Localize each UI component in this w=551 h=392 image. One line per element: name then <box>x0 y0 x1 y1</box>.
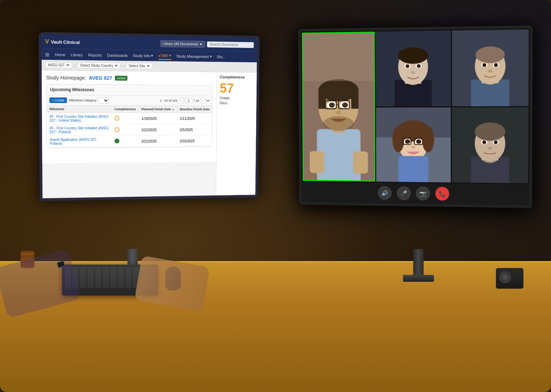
camera-btn[interactable]: 📷 <box>416 186 430 200</box>
planned-date-1: 1/18/2025 <box>139 113 177 124</box>
person-5-svg <box>452 107 529 183</box>
svg-point-64 <box>494 140 498 144</box>
svg-point-46 <box>422 126 434 152</box>
active-badge: Active <box>115 76 128 81</box>
baseline-date-2: 2/5/2025 <box>177 124 212 135</box>
svg-point-10 <box>342 102 348 107</box>
video-cell-5 <box>452 107 529 183</box>
planned-date-2: 2/22/2025 <box>138 124 177 135</box>
search-input[interactable] <box>207 41 254 48</box>
chevron-down-icon-2: ▾ <box>169 53 171 58</box>
left-monitor: V Vault Clinical Library (All Documents)… <box>39 32 260 201</box>
milestone-link-2[interactable]: IR - First Country Site Initiated (AVEG … <box>50 126 108 134</box>
nav-stu[interactable]: Stu... <box>217 53 226 60</box>
milestone-filter: Milestone Category: <box>69 97 109 104</box>
speaker-icon: 🔊 <box>381 190 388 196</box>
microphone-btn[interactable]: 🎤 <box>397 186 411 200</box>
eye-icon-2: 👁 <box>115 64 118 68</box>
completeness-number: 57 <box>220 82 254 95</box>
svg-point-49 <box>405 139 410 144</box>
svg-point-60 <box>475 122 505 141</box>
camera-icon: 📷 <box>419 190 426 197</box>
vault-logo-v: V <box>45 39 49 45</box>
col-milestone: Milestone <box>46 105 112 113</box>
microphone-icon: 🎤 <box>401 190 407 196</box>
breadcrumb-sep-1: › <box>74 63 75 68</box>
planned-date-3: 2/22/2025 <box>138 135 177 147</box>
nav-dashboards[interactable]: Dashboards <box>107 52 128 59</box>
person-4-svg <box>376 107 451 182</box>
svg-point-15 <box>323 116 354 131</box>
nav-etmf[interactable]: eTMF ▾ <box>158 52 171 60</box>
milestones-header: Upcoming Milestones <box>46 84 212 96</box>
table-row: IR - First Country Site Initiated (AVEG … <box>47 124 212 136</box>
breadcrumb-site[interactable]: Select Site 👁 <box>126 63 152 69</box>
vault-logo: V Vault Clinical <box>45 39 80 45</box>
prev-page-btn[interactable]: ‹ <box>178 98 184 103</box>
dropdown-arrow-icon: ▼ <box>199 42 203 46</box>
nav-study-management[interactable]: Study Management ▾ <box>176 52 212 60</box>
svg-point-9 <box>329 103 335 108</box>
breadcrumb-country[interactable]: Select Study Country 👁 <box>78 62 121 69</box>
milestones-section: Upcoming Milestones + Create Milestone C… <box>46 84 213 148</box>
person-2-svg <box>376 31 451 106</box>
svg-point-27 <box>417 64 421 68</box>
watch <box>56 260 65 268</box>
next-page-btn[interactable]: › <box>200 98 206 104</box>
video-cell-2 <box>376 31 451 106</box>
person-1-svg <box>302 32 375 182</box>
col-planned-finish[interactable]: Planned Finish Date ▲ <box>139 106 177 113</box>
video-cell-3 <box>452 29 529 106</box>
completeness-indicator-1 <box>115 116 119 121</box>
more-options-icon[interactable]: ••• <box>206 99 209 103</box>
eye-icon-3: 👁 <box>147 64 150 68</box>
svg-point-26 <box>406 64 409 68</box>
nav-reports[interactable]: Reports <box>88 51 102 59</box>
page-input[interactable] <box>185 98 193 103</box>
study-homepage-title: Study Homepage: AVEG 027 Active <box>46 75 213 82</box>
table-row: Import Application (AVEG 027 - Poland) 2… <box>47 135 212 147</box>
milestone-link-3[interactable]: Import Application (AVEG 027 - Poland) <box>50 138 98 146</box>
baseline-date-3: 2/16/2025 <box>177 135 212 147</box>
svg-point-54 <box>411 145 416 148</box>
chevron-down-icon-3: ▾ <box>210 54 212 59</box>
right-monitor-stand <box>413 249 424 277</box>
study-name: AVEG 027 <box>89 75 112 81</box>
video-controls: 🔊 🎤 📷 📞 <box>302 182 529 205</box>
svg-rect-55 <box>398 156 428 182</box>
milestone-link-1[interactable]: IR - First Country Site Initiated (AVEG … <box>50 115 109 122</box>
filter-dropdown[interactable] <box>98 97 109 103</box>
vault-main-content: Study Homepage: AVEG 027 Active Upcoming… <box>42 70 217 163</box>
end-call-btn[interactable]: 📞 <box>435 187 449 200</box>
milestones-table: Milestone Completeness Planned Finish Da… <box>46 105 212 147</box>
completeness-panel-title: Completeness <box>220 75 254 79</box>
nav-library[interactable]: Library <box>71 51 83 58</box>
vault-app-name: Vault Clinical <box>51 39 80 45</box>
chevron-down-icon: ▾ <box>151 53 153 58</box>
video-cell-4 <box>376 107 451 182</box>
library-dropdown[interactable]: Library (All Documents) ▼ <box>160 40 205 48</box>
svg-point-65 <box>488 147 492 150</box>
eye-icon: 👁 <box>66 63 69 67</box>
breadcrumb-study[interactable]: AVEG 027 👁 <box>45 62 72 68</box>
end-call-icon: 📞 <box>439 190 446 197</box>
col-completeness: Completeness <box>112 106 138 113</box>
svg-point-14 <box>336 111 341 114</box>
grid-icon[interactable]: ⊞ <box>45 51 50 57</box>
col-baseline-finish: Baseline Finish Date <box>177 106 212 113</box>
completeness-indicator-2 <box>115 127 119 132</box>
main-scene: V Vault Clinical Library (All Documents)… <box>0 0 551 392</box>
completeness-indicator-3 <box>115 138 119 143</box>
video-cell-active-speaker <box>302 32 375 182</box>
svg-rect-17 <box>353 151 368 174</box>
right-monitor-stand-base <box>403 275 434 282</box>
pagination-sep: / <box>194 99 195 102</box>
completeness-panel: Completeness 57 Unapp Docu <box>216 72 257 195</box>
camera-device <box>496 268 523 289</box>
svg-rect-5 <box>319 90 326 109</box>
speaker-btn[interactable]: 🔊 <box>378 186 391 200</box>
vault-search-bar: Library (All Documents) ▼ <box>160 40 254 48</box>
nav-study-info[interactable]: Study Info ▾ <box>133 52 153 59</box>
nav-home[interactable]: Home <box>55 51 65 58</box>
create-button[interactable]: + Create <box>50 97 67 103</box>
